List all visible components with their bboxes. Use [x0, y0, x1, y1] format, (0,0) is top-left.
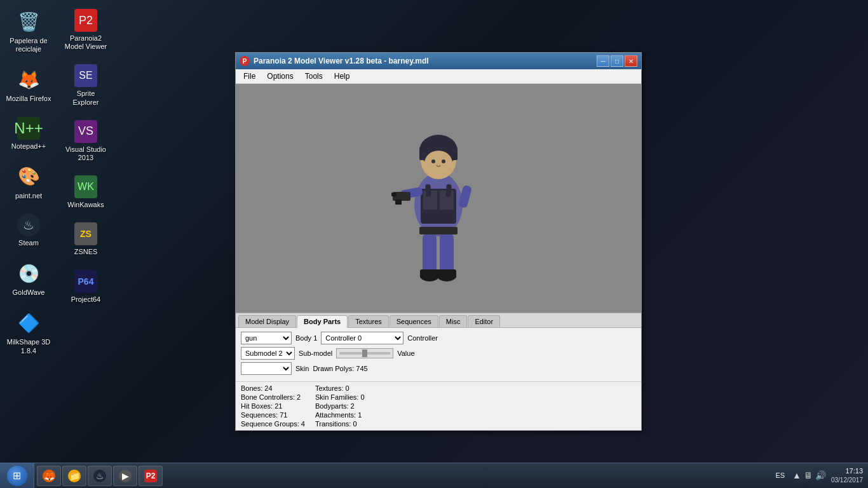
tray-network-icon[interactable]: 🖥 [804, 470, 813, 480]
close-button[interactable]: ✕ [625, 55, 637, 67]
window-title-text: Paranoia 2 Model Viewer v1.28 beta - bar… [254, 57, 429, 65]
svg-rect-21 [437, 269, 456, 278]
svg-point-7 [424, 151, 452, 176]
taskbar-media-icon: ▶ [119, 470, 132, 482]
model-viewport[interactable] [236, 84, 641, 313]
window-app-icon: P [240, 56, 250, 66]
icon-paranoia-viewer[interactable]: P2 Paranoia2 Model Viewer [60, 6, 111, 53]
start-orb: ⊞ [7, 466, 27, 486]
project64-icon: P64 [74, 270, 97, 293]
start-button[interactable]: ⊞ [0, 463, 34, 489]
icon-notepadpp[interactable]: N++ Notepad++ [3, 114, 54, 153]
icon-recycle-bin[interactable]: 🗑️ Papelera de reciclaje [3, 6, 54, 56]
icon-label-project64: Project64 [71, 295, 100, 304]
clock[interactable]: 17:13 03/12/2017 [831, 466, 863, 485]
recycle-icon: 🗑️ [16, 9, 41, 34]
paintnet-icon: 🎨 [16, 164, 41, 189]
desktop: 🗑️ Papelera de reciclaje 🦊 Mozilla Firef… [0, 0, 868, 463]
taskbar-btn-paranoia[interactable]: P2 [139, 466, 163, 486]
submodel-select[interactable]: Submodel 2 [241, 347, 295, 360]
desktop-icons-col1: 🗑️ Papelera de reciclaje 🦊 Mozilla Firef… [3, 6, 54, 363]
sequences-info: Sequences: 71 [241, 411, 305, 419]
bone-controllers-info: Bone Controllers: 2 [241, 393, 305, 401]
svg-rect-17 [419, 227, 458, 234]
tab-model-display[interactable]: Model Display [238, 315, 296, 327]
zsnes-icon: ZS [74, 222, 97, 245]
svg-rect-16 [440, 233, 454, 274]
tab-misc[interactable]: Misc [439, 315, 468, 327]
taskbar-btn-steam[interactable]: ♨ [88, 466, 112, 486]
info-panel: Bones: 24 Bone Controllers: 2 Hit Boxes:… [236, 381, 641, 430]
icon-label-paranoia-viewer: Paranoia2 Model Viewer [63, 34, 109, 51]
controls-row-2: Submodel 2 Sub-model Value [241, 347, 636, 360]
controller-label: Controller [407, 334, 438, 342]
svg-rect-20 [420, 269, 439, 278]
icon-goldwave[interactable]: 💿 GoldWave [3, 258, 54, 299]
winkawaks-icon: WK [74, 175, 97, 198]
skin-select[interactable] [241, 362, 292, 375]
icon-vstudio[interactable]: VS Visual Studio 2013 [60, 118, 111, 165]
value-label: Value [397, 349, 414, 357]
taskbar-explorer-icon: 📁 [68, 470, 81, 482]
icon-firefox[interactable]: 🦊 Mozilla Firefox [3, 64, 54, 105]
taskbar-btn-media[interactable]: ▶ [113, 466, 137, 486]
controller-select[interactable]: Controller 0 [321, 332, 403, 344]
icon-label-goldwave: GoldWave [13, 288, 45, 297]
vstudio-icon: VS [74, 120, 97, 143]
sequence-groups-info: Sequence Groups: 4 [241, 420, 305, 428]
icon-sprite-explorer[interactable]: SE Sprite Explorer [60, 62, 111, 109]
menu-tools[interactable]: Tools [300, 71, 328, 82]
icon-label-steam: Steam [18, 239, 39, 247]
taskbar-right: ES ▲ 🖥 🔊 17:13 03/12/2017 [768, 466, 868, 485]
taskbar-firefox-icon: 🦊 [43, 470, 55, 482]
app-window: P Paranoia 2 Model Viewer v1.28 beta - b… [235, 52, 642, 431]
tab-body-parts[interactable]: Body Parts [297, 315, 348, 328]
controls-row-1: gun Body 1 Controller 0 Controller [241, 332, 636, 344]
milkshape-icon: 🔷 [16, 310, 41, 336]
maximize-button[interactable]: □ [611, 55, 623, 67]
language-indicator: ES [773, 470, 787, 480]
drawn-polys: Drawn Polys: 745 [313, 365, 367, 372]
menu-help[interactable]: Help [329, 71, 355, 82]
icon-project64[interactable]: P64 Project64 [60, 268, 111, 306]
icon-zsnes[interactable]: ZS ZSNES [60, 220, 111, 259]
menu-options[interactable]: Options [262, 71, 298, 82]
value-slider[interactable] [336, 348, 393, 358]
bodyparts-info: Bodyparts: 2 [315, 402, 365, 410]
clock-date: 03/12/2017 [831, 476, 863, 485]
menu-file[interactable]: File [238, 71, 261, 82]
body-1-label: Body 1 [295, 334, 317, 342]
desktop-icons-col2: P2 Paranoia2 Model Viewer SE Sprite Expl… [60, 6, 111, 311]
tab-editor[interactable]: Editor [468, 315, 500, 327]
window-title-left: P Paranoia 2 Model Viewer v1.28 beta - b… [240, 56, 429, 66]
tab-sequences[interactable]: Sequences [390, 315, 438, 327]
svg-point-9 [442, 159, 445, 163]
taskbar-btn-firefox[interactable]: 🦊 [37, 466, 61, 486]
paranoia-viewer-icon: P2 [74, 9, 97, 32]
icon-steam[interactable]: ♨ Steam [3, 211, 54, 250]
tray-volume-icon[interactable]: 🔊 [815, 470, 826, 480]
icon-label-milkshape: MilkShape 3D 1.8.4 [6, 338, 51, 355]
body-part-select[interactable]: gun [241, 332, 292, 344]
icon-label-firefox: Mozilla Firefox [6, 95, 51, 103]
window-controls: ─ □ ✕ [597, 55, 637, 67]
minimize-button[interactable]: ─ [597, 55, 609, 67]
taskbar-programs: 🦊 📁 ♨ ▶ P2 [34, 466, 768, 486]
attachments-info: Attachments: 1 [315, 411, 365, 419]
svg-rect-15 [423, 233, 437, 274]
tab-textures[interactable]: Textures [348, 315, 389, 327]
system-tray: ▲ 🖥 🔊 [792, 470, 826, 480]
taskbar-btn-explorer[interactable]: 📁 [62, 466, 86, 486]
skin-label: Skin [295, 365, 309, 372]
icon-winkawaks[interactable]: WK WinKawaks [60, 173, 111, 212]
icon-paintnet[interactable]: 🎨 paint.net [3, 161, 54, 203]
tray-arrow-icon[interactable]: ▲ [792, 470, 801, 480]
icon-label-recycle: Papelera de reciclaje [6, 37, 51, 53]
icon-milkshape[interactable]: 🔷 MilkShape 3D 1.8.4 [3, 308, 54, 357]
notepadpp-icon: N++ [17, 117, 40, 140]
model-character [369, 90, 508, 306]
icon-label-zsnes: ZSNES [74, 248, 98, 256]
hit-boxes-info: Hit Boxes: 21 [241, 402, 305, 410]
firefox-icon: 🦊 [16, 67, 41, 92]
tabs-area: Model Display Body Parts Textures Sequen… [236, 313, 641, 328]
